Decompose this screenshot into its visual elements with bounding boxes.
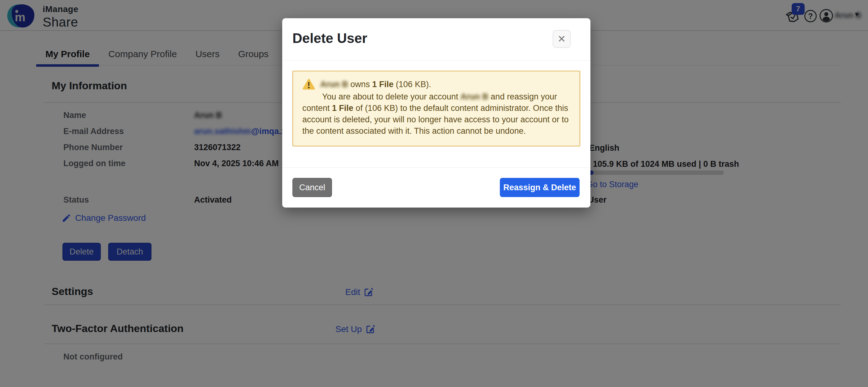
warning-line-1: Arun B owns 1 File (106 KB). bbox=[302, 79, 570, 91]
delete-user-dialog: Delete User ✕ Arun B owns 1 File (106 KB… bbox=[282, 18, 590, 207]
reassign-delete-button[interactable]: Reassign & Delete bbox=[500, 178, 580, 197]
account-name: Arun B bbox=[461, 92, 488, 101]
warning-paragraph: You are about to delete your account Aru… bbox=[302, 91, 570, 137]
file-count-bold: 1 File bbox=[372, 80, 394, 89]
warning-box: Arun B owns 1 File (106 KB). You are abo… bbox=[292, 71, 580, 147]
warning-paragraph-part1: You are about to delete your account bbox=[322, 92, 461, 101]
dialog-footer-divider bbox=[282, 167, 590, 168]
cancel-button[interactable]: Cancel bbox=[292, 178, 332, 197]
warning-icon bbox=[302, 78, 315, 91]
warning-line-1-text: Arun B owns 1 File (106 KB). bbox=[320, 79, 431, 90]
owner-name: Arun B bbox=[320, 80, 348, 89]
dialog-header-divider bbox=[282, 60, 590, 61]
file-count-bold-2: 1 File bbox=[332, 103, 353, 113]
owns-text: owns bbox=[348, 80, 372, 89]
file-size-text: (106 KB). bbox=[394, 80, 431, 89]
dialog-title: Delete User bbox=[292, 31, 367, 46]
close-icon[interactable]: ✕ bbox=[553, 30, 570, 48]
